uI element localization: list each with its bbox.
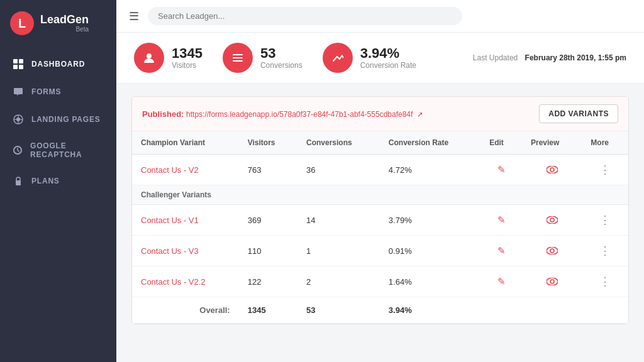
col-header-rate: Conversion Rate xyxy=(380,131,480,155)
visitors-stat: 1345 Visitors xyxy=(134,43,203,73)
v1-visitors: 369 xyxy=(239,205,297,236)
stats-bar: 1345 Visitors 53 Conversions 3.94% Conve… xyxy=(116,33,644,84)
table-row: Contact Us - V1 369 14 3.79% ✎ ⋮ xyxy=(132,205,628,236)
rate-icon xyxy=(323,43,353,73)
champion-rate: 4.72% xyxy=(380,155,480,185)
overall-rate: 3.94% xyxy=(380,297,480,324)
col-header-visitors: Visitors xyxy=(239,131,297,155)
edit-icon-v22[interactable]: ✎ xyxy=(489,276,513,287)
sidebar-item-recaptcha[interactable]: Google Recaptcha xyxy=(0,133,116,167)
add-variants-button[interactable]: ADD VARIANTS xyxy=(539,104,618,123)
col-header-more: More xyxy=(582,131,628,155)
sidebar-item-landing-pages[interactable]: Landing Pages xyxy=(0,106,116,133)
last-updated-label: Last Updated xyxy=(473,53,518,62)
search-input[interactable] xyxy=(148,7,462,25)
logo-icon: L xyxy=(10,11,34,35)
table-row: Contact Us - V3 110 1 0.91% ✎ ⋮ xyxy=(132,236,628,266)
card-header: Published: https://forms.leadgenapp.io/5… xyxy=(132,97,628,131)
more-icon-v1[interactable]: ⋮ xyxy=(591,213,619,227)
hamburger-icon[interactable]: ☰ xyxy=(129,9,139,23)
challenger-section-label: Challenger Variants xyxy=(132,185,628,205)
preview-icon-v1[interactable] xyxy=(531,216,573,224)
rate-stat: 3.94% Conversion Rate xyxy=(323,43,416,73)
table-row: Contact Us - V2 763 36 4.72% ✎ ⋮ xyxy=(132,155,628,185)
v22-visitors: 122 xyxy=(239,266,297,297)
more-icon-champion[interactable]: ⋮ xyxy=(591,163,619,177)
published-label: Published: xyxy=(142,109,184,119)
visitors-label: Visitors xyxy=(172,61,203,70)
forms-icon xyxy=(13,86,24,97)
rate-value: 3.94% xyxy=(360,46,416,61)
plans-icon xyxy=(13,175,24,187)
svg-rect-11 xyxy=(233,57,243,58)
conversions-stat: 53 Conversions xyxy=(223,43,303,73)
champion-conversions: 36 xyxy=(297,155,380,185)
svg-point-18 xyxy=(550,249,554,253)
svg-point-13 xyxy=(547,166,558,173)
app-beta: Beta xyxy=(40,26,89,33)
col-header-conversions: Conversions xyxy=(297,131,380,155)
svg-rect-10 xyxy=(233,54,243,55)
last-updated-value: February 28th 2019, 1:55 pm xyxy=(525,53,626,62)
preview-icon-v22[interactable] xyxy=(531,278,573,285)
sidebar-item-label-forms: Forms xyxy=(31,87,61,96)
external-link-icon: ➚ xyxy=(417,110,423,119)
sidebar-item-label-landing-pages: Landing Pages xyxy=(31,115,101,124)
table-row: Contact Us - V2.2 122 2 1.64% ✎ ⋮ xyxy=(132,266,628,297)
topbar: ☰ xyxy=(116,0,644,33)
svg-point-16 xyxy=(550,218,554,222)
edit-icon-champion[interactable]: ✎ xyxy=(489,164,513,175)
svg-point-14 xyxy=(550,168,554,172)
conversions-label: Conversions xyxy=(260,61,303,70)
variant-name-v1[interactable]: Contact Us - V1 xyxy=(141,216,199,225)
preview-icon-v3[interactable] xyxy=(531,247,573,255)
edit-icon-v1[interactable]: ✎ xyxy=(489,214,513,226)
v3-visitors: 110 xyxy=(239,236,297,266)
more-icon-v3[interactable]: ⋮ xyxy=(591,244,619,258)
logo-area: L LeadGen Beta xyxy=(0,0,116,44)
svg-point-9 xyxy=(147,53,152,58)
preview-icon-champion[interactable] xyxy=(531,166,573,173)
more-icon-v22[interactable]: ⋮ xyxy=(591,275,619,288)
sidebar-item-forms[interactable]: Forms xyxy=(0,78,116,106)
edit-icon-v3[interactable]: ✎ xyxy=(489,245,513,256)
conversions-value: 53 xyxy=(260,46,303,61)
visitors-value: 1345 xyxy=(172,46,203,61)
svg-point-15 xyxy=(547,216,558,224)
last-updated: Last Updated February 28th 2019, 1:55 pm xyxy=(473,53,626,62)
col-header-preview: Preview xyxy=(522,131,582,155)
visitors-icon xyxy=(134,43,164,73)
variants-table: Champion Variant Visitors Conversions Co… xyxy=(132,131,628,324)
variant-name-champion[interactable]: Contact Us - V2 xyxy=(141,165,199,175)
overall-conversions: 53 xyxy=(297,297,380,324)
col-header-variant: Champion Variant xyxy=(132,131,239,155)
dashboard-icon xyxy=(13,58,24,70)
v22-conversions: 2 xyxy=(297,266,380,297)
col-header-edit: Edit xyxy=(480,131,522,155)
app-name: LeadGen xyxy=(40,14,89,26)
variants-card: Published: https://forms.leadgenapp.io/5… xyxy=(131,96,629,324)
sidebar-item-dashboard[interactable]: Dashboard xyxy=(0,50,116,78)
svg-rect-2 xyxy=(13,65,18,69)
svg-point-20 xyxy=(550,280,554,283)
svg-rect-12 xyxy=(233,60,243,62)
variant-name-v3[interactable]: Contact Us - V3 xyxy=(141,246,199,256)
published-url-area: Published: https://forms.leadgenapp.io/5… xyxy=(142,109,423,119)
champion-visitors: 763 xyxy=(239,155,297,185)
v1-rate: 3.79% xyxy=(380,205,480,236)
v1-conversions: 14 xyxy=(297,205,380,236)
overall-row: Overall: 1345 53 3.94% xyxy=(132,297,628,324)
sidebar-item-label-recaptcha: Google Recaptcha xyxy=(30,141,104,159)
overall-visitors: 1345 xyxy=(239,297,297,324)
rate-label: Conversion Rate xyxy=(360,61,416,70)
variant-name-v22[interactable]: Contact Us - V2.2 xyxy=(141,277,206,287)
v3-rate: 0.91% xyxy=(380,236,480,266)
overall-label: Overall: xyxy=(132,297,239,324)
v22-rate: 1.64% xyxy=(380,266,480,297)
published-url-link[interactable]: https://forms.leadgenapp.io/578a0f37-e84… xyxy=(186,110,413,119)
conversions-icon xyxy=(223,43,253,73)
main-area: ☰ 1345 Visitors 53 Conversions xyxy=(116,0,644,362)
challenger-section-header: Challenger Variants xyxy=(132,185,628,205)
v3-conversions: 1 xyxy=(297,236,380,266)
sidebar-item-plans[interactable]: Plans xyxy=(0,167,116,195)
